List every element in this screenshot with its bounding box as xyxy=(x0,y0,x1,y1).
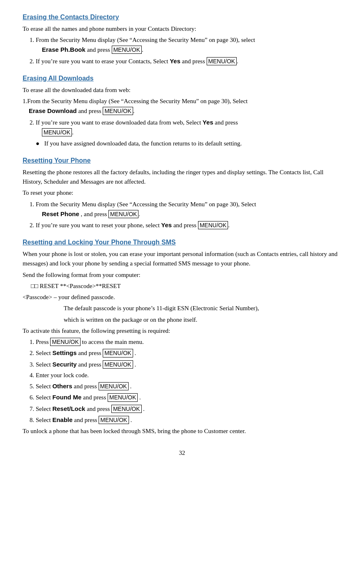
sms-step1-key: MENU/OK xyxy=(50,338,80,346)
reset-phone-step-2: If you’re sure you want to reset your ph… xyxy=(36,220,341,230)
reset-step1-bold: Reset Phone xyxy=(42,210,79,217)
contacts-steps: From the Security Menu display (See “Acc… xyxy=(36,35,341,66)
downloads-step-2: If you’re sure you want to erase downloa… xyxy=(36,118,341,137)
sms-step-2: Select Settings and press MENU/OK . xyxy=(36,348,341,358)
contacts-step2-bold: Yes xyxy=(170,58,180,65)
page-number: 32 xyxy=(23,448,341,458)
downloads-step1-mid: and press xyxy=(78,108,103,114)
sms-intro1: When your phone is lost or stolen, you c… xyxy=(23,249,341,269)
sms-step2-bold: Settings xyxy=(52,349,76,356)
sms-step3-bold: Security xyxy=(52,361,76,368)
sms-step7-key: MENU/OK xyxy=(111,405,141,413)
sms-step6-key: MENU/OK xyxy=(108,393,138,401)
contacts-step-1: From the Security Menu display (See “Acc… xyxy=(36,35,341,55)
downloads-step1-key: MENU/OK xyxy=(103,107,133,115)
sms-step-6: Select Found Me and press MENU/OK . xyxy=(36,392,341,402)
downloads-bullet-1: If you have assigned downloaded data, th… xyxy=(36,139,341,148)
reset-step1-key: MENU/OK xyxy=(108,210,138,218)
sms-step6-bold: Found Me xyxy=(52,394,81,401)
sms-passcode-line: <Passcode> – your defined passcode. xyxy=(23,293,341,302)
downloads-intro: To erase all the downloaded data from we… xyxy=(23,85,341,95)
sms-title: Resetting and Locking Your Phone Through… xyxy=(23,238,341,248)
downloads-bullets: If you have assigned downloaded data, th… xyxy=(36,139,341,148)
sms-format-line: □□ RESET **<Passcode>**RESET xyxy=(31,281,341,291)
sms-step5-key: MENU/OK xyxy=(99,382,129,390)
reset-phone-intro1: Resetting the phone restores all the fac… xyxy=(23,168,341,187)
sms-step3-key: MENU/OK xyxy=(103,360,133,369)
downloads-step1: 1.From the Security Menu display (See “A… xyxy=(23,97,341,116)
contacts-step2-mid: and press xyxy=(182,58,207,65)
sms-default-line2: which is written on the package or on th… xyxy=(64,315,341,325)
contacts-step1-key: MENU/OK xyxy=(112,46,142,54)
downloads-step1-bold: Erase Download xyxy=(29,107,77,114)
contacts-step-2: If you’re sure you want to erase your Co… xyxy=(36,56,341,66)
downloads-steps: If you’re sure you want to erase downloa… xyxy=(36,118,341,137)
downloads-step1-pre: 1.From the Security Menu display (See “A… xyxy=(23,98,248,104)
reset-step2-bold: Yes xyxy=(161,221,172,228)
contacts-step2-key: MENU/OK xyxy=(207,57,237,65)
sms-step-3: Select Security and press MENU/OK . xyxy=(36,360,341,369)
sms-step5-bold: Others xyxy=(52,383,72,390)
sms-default-lines: The default passcode is your phone’s 11-… xyxy=(64,304,341,325)
reset-phone-title: Resetting Your Phone xyxy=(23,156,341,166)
downloads-section: Erasing All Downloads To erase all the d… xyxy=(23,74,341,148)
sms-intro2: Send the following format from your comp… xyxy=(23,270,341,280)
sms-step-8: Select Enable and press MENU/OK . xyxy=(36,415,341,425)
sms-step-7: Select Reset/Lock and press MENU/OK . xyxy=(36,404,341,414)
sms-default-line1: The default passcode is your phone’s 11-… xyxy=(64,304,341,313)
contacts-step1-mid: and press xyxy=(87,46,112,53)
sms-section: Resetting and Locking Your Phone Through… xyxy=(23,238,341,436)
sms-step8-bold: Enable xyxy=(52,416,72,423)
reset-phone-steps: From the Security Menu display (See “Acc… xyxy=(36,200,341,231)
downloads-step2-key: MENU/OK xyxy=(42,128,72,136)
sms-unlock-line: To unlock a phone that has been locked t… xyxy=(23,427,341,436)
reset-step1-mid: , and press xyxy=(81,211,109,217)
sms-step-4: Enter your lock code. xyxy=(36,371,341,380)
sms-step7-bold: Reset/Lock xyxy=(52,405,85,412)
contacts-step2-before: If you’re sure you want to erase your Co… xyxy=(36,58,170,65)
downloads-step2-before: If you’re sure you want to erase downloa… xyxy=(36,119,203,126)
sms-activate-intro: To activate this feature, the following … xyxy=(23,326,341,336)
downloads-step2-mid: and press xyxy=(215,119,238,126)
reset-step2-key: MENU/OK xyxy=(198,221,228,229)
contacts-directory-title: Erasing the Contacts Directory xyxy=(23,12,341,23)
sms-format-text: □□ RESET **<Passcode>**RESET xyxy=(31,283,121,289)
sms-steps: Press MENU/OK to access the main menu. S… xyxy=(36,337,341,425)
reset-phone-intro2: To reset your phone: xyxy=(23,188,341,198)
contacts-intro: To erase all the names and phone numbers… xyxy=(23,24,341,34)
reset-step1-before: From the Security Menu display (See “Acc… xyxy=(36,201,256,208)
contacts-directory-section: Erasing the Contacts Directory To erase … xyxy=(23,12,341,66)
reset-step2-before: If you’re sure you want to reset your ph… xyxy=(36,222,161,228)
sms-step8-key: MENU/OK xyxy=(99,416,129,424)
downloads-title: Erasing All Downloads xyxy=(23,74,341,84)
downloads-step2-bold: Yes xyxy=(203,119,213,126)
reset-phone-step-1: From the Security Menu display (See “Acc… xyxy=(36,200,341,219)
sms-step-1: Press MENU/OK to access the main menu. xyxy=(36,337,341,347)
reset-step2-mid: and press xyxy=(173,222,198,228)
reset-phone-section: Resetting Your Phone Resetting the phone… xyxy=(23,156,341,230)
contacts-step1-bold: Erase Ph.Book xyxy=(42,46,85,53)
contacts-step1-before: From the Security Menu display (See “Acc… xyxy=(36,37,255,43)
sms-step2-key: MENU/OK xyxy=(103,349,133,357)
sms-step-5: Select Others and press MENU/OK . xyxy=(36,381,341,391)
